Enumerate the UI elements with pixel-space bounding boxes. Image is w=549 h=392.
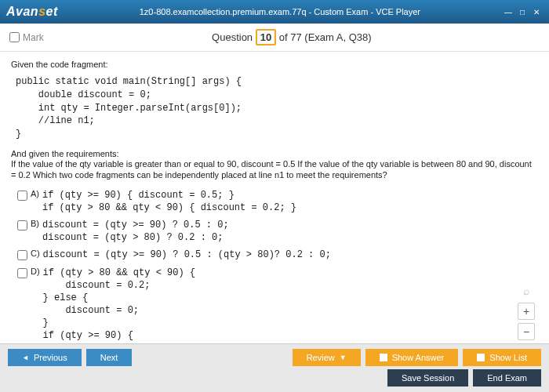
title-bar: Avanset 1z0-808.examcollection.premium.e… (0, 0, 549, 24)
option-a[interactable]: A) if (qty >= 90) { discount = 0.5; } if… (17, 189, 538, 214)
review-button[interactable]: Review ▼ (293, 349, 361, 366)
logo: Avanset (6, 5, 58, 19)
mark-label: Mark (23, 32, 44, 43)
zoom-controls: ⌕ + − (518, 282, 535, 340)
option-b-label: B) (31, 219, 39, 228)
question-content: Given the code fragment: public static v… (0, 52, 549, 348)
question-total: of 77 (Exam A, Q38) (279, 31, 372, 43)
option-d-checkbox[interactable] (17, 268, 27, 278)
end-exam-button[interactable]: End Exam (473, 369, 541, 387)
save-session-button[interactable]: Save Session (387, 369, 468, 387)
show-list-label: Show List (489, 353, 527, 362)
show-answer-button[interactable]: Show Answer (365, 349, 459, 366)
option-b[interactable]: B) discount = (qty >= 90) ? 0.5 : 0; dis… (17, 219, 538, 244)
close-icon[interactable]: ✕ (530, 6, 543, 17)
option-a-label: A) (31, 189, 39, 198)
show-list-button[interactable]: Show List (463, 349, 541, 366)
show-answer-label: Show Answer (392, 353, 445, 362)
window-title: 1z0-808.examcollection.premium.exam.77q … (58, 7, 502, 16)
option-c-checkbox[interactable] (17, 250, 27, 260)
maximize-icon[interactable]: □ (516, 6, 529, 17)
option-c-code: discount = (qty >= 90) ? 0.5 : (qty > 80… (43, 249, 331, 261)
option-c-label: C) (31, 249, 40, 258)
option-d-label: D) (31, 267, 40, 276)
question-header: Mark Question 10 of 77 (Exam A, Q38) (0, 24, 549, 52)
next-button[interactable]: Next (86, 349, 133, 366)
option-a-code: if (qty >= 90) { discount = 0.5; } if (q… (42, 189, 296, 214)
requirements-text: If the value of the qty variable is grea… (11, 158, 538, 181)
mark-checkbox[interactable] (9, 32, 20, 42)
intro-text: Given the code fragment: (11, 60, 538, 69)
requirements-title: And given the requirements: (11, 149, 538, 158)
minimize-icon[interactable]: — (502, 6, 514, 17)
footer-toolbar: Previous Next Review ▼ Show Answer Show … (0, 343, 549, 392)
window-controls: — □ ✕ (502, 6, 543, 17)
option-a-checkbox[interactable] (17, 191, 27, 201)
previous-button[interactable]: Previous (8, 349, 82, 366)
question-number: 10 (256, 29, 276, 45)
option-b-code: discount = (qty >= 90) ? 0.5 : 0; discou… (42, 219, 229, 244)
checkbox-icon (380, 354, 387, 361)
question-word: Question (212, 31, 253, 43)
checkbox-icon (477, 354, 485, 361)
zoom-in-button[interactable]: + (518, 303, 535, 320)
code-fragment: public static void main(String[] args) {… (16, 75, 538, 141)
zoom-out-button[interactable]: − (518, 323, 535, 340)
option-d[interactable]: D) if (qty > 80 && qty < 90) { discount … (17, 267, 538, 348)
option-c[interactable]: C) discount = (qty >= 90) ? 0.5 : (qty >… (17, 249, 538, 261)
option-d-code: if (qty > 80 && qty < 90) { discount = 0… (43, 267, 195, 348)
question-indicator: Question 10 of 77 (Exam A, Q38) (44, 31, 540, 43)
option-b-checkbox[interactable] (17, 220, 27, 230)
magnify-icon[interactable]: ⌕ (518, 282, 535, 299)
review-label: Review (307, 353, 335, 362)
